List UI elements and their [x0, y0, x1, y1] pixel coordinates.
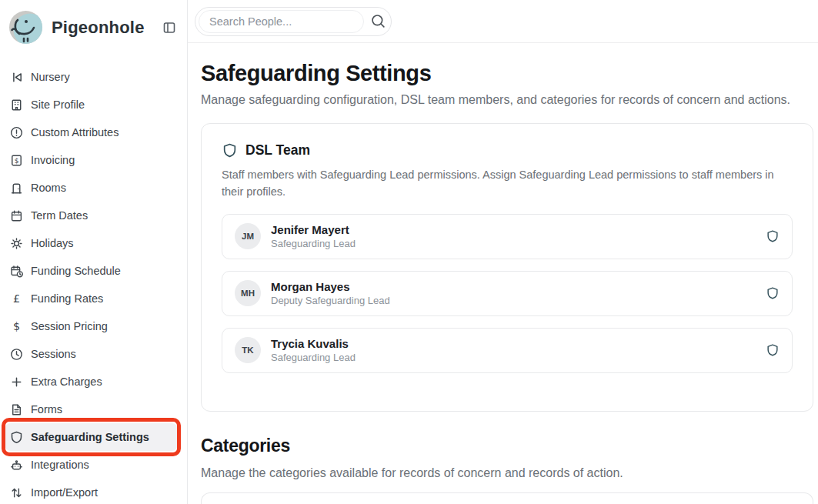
skip-back-icon	[8, 69, 24, 85]
avatar: JM	[235, 223, 261, 249]
categories-card	[201, 492, 813, 504]
sidebar-item-label: Funding Schedule	[31, 265, 121, 277]
member-name: Morgan Hayes	[271, 280, 390, 293]
sidebar-item-session-pricing[interactable]: $ Session Pricing	[5, 312, 178, 340]
sidebar-nav: Nursery Site Profile Custom Attributes $…	[0, 63, 187, 504]
calendar-clock-icon	[8, 263, 24, 279]
sidebar-item-funding-schedule[interactable]: Funding Schedule	[5, 257, 178, 285]
sidebar-item-label: Holidays	[31, 237, 74, 249]
search-input[interactable]	[199, 10, 364, 33]
main-content: Safeguarding Settings Manage safeguardin…	[188, 43, 818, 504]
dsl-team-card: DSL Team Staff members with Safeguarding…	[201, 123, 813, 412]
sidebar: Pigeonhole Nursery Site Profile Custom A…	[0, 0, 188, 504]
sidebar-item-label: Session Pricing	[31, 320, 108, 332]
sidebar-item-safeguarding-settings[interactable]: Safeguarding Settings	[5, 423, 178, 451]
dsl-member-row[interactable]: TK Trycia Kuvalis Safeguarding Lead	[222, 328, 793, 373]
shield-icon	[8, 429, 24, 445]
dollar-icon: $	[8, 319, 24, 334]
sidebar-item-label: Site Profile	[31, 98, 85, 111]
shield-icon[interactable]	[766, 229, 780, 243]
member-name: Jenifer Mayert	[271, 223, 356, 236]
sidebar-item-import-export[interactable]: Import/Export	[5, 479, 178, 504]
sidebar-item-label: Sessions	[31, 348, 76, 360]
shield-icon	[222, 142, 238, 159]
building-icon	[8, 97, 24, 112]
dsl-member-row[interactable]: MH Morgan Hayes Deputy Safeguarding Lead	[222, 271, 793, 316]
page-subtitle: Manage safeguarding configuration, DSL t…	[201, 93, 813, 107]
member-role: Deputy Safeguarding Lead	[271, 295, 390, 306]
clock-icon	[8, 346, 24, 362]
sidebar-item-label: Integrations	[31, 459, 89, 471]
robot-icon	[8, 457, 24, 472]
pound-icon: £	[8, 291, 24, 306]
sidebar-item-nursery[interactable]: Nursery	[5, 63, 178, 91]
svg-text:£: £	[12, 292, 19, 305]
document-icon	[8, 402, 24, 417]
svg-text:$: $	[12, 320, 19, 332]
sidebar-item-label: Safeguarding Settings	[31, 431, 149, 443]
sidebar-item-label: Term Dates	[31, 209, 88, 222]
shield-icon[interactable]	[766, 286, 780, 300]
logo-row: Pigeonhole	[0, 0, 187, 45]
topbar	[188, 0, 818, 43]
dsl-team-title: DSL Team	[245, 142, 310, 159]
sidebar-item-holidays[interactable]: Holidays	[5, 229, 178, 257]
sidebar-item-label: Import/Export	[31, 486, 98, 499]
sidebar-item-extra-charges[interactable]: Extra Charges	[5, 368, 178, 396]
sidebar-item-invoicing[interactable]: $ Invoicing	[5, 146, 178, 174]
dsl-member-row[interactable]: JM Jenifer Mayert Safeguarding Lead	[222, 214, 793, 259]
member-role: Safeguarding Lead	[271, 238, 356, 249]
sidebar-item-label: Forms	[31, 403, 62, 416]
sidebar-item-label: Funding Rates	[31, 292, 103, 305]
svg-text:$: $	[14, 156, 18, 164]
dsl-member-list: JM Jenifer Mayert Safeguarding Lead MH M…	[222, 214, 793, 373]
dsl-team-header: DSL Team	[222, 142, 793, 159]
invoice-dollar-icon: $	[8, 152, 24, 168]
sidebar-item-term-dates[interactable]: Term Dates	[5, 202, 178, 229]
sun-icon	[8, 235, 24, 251]
sidebar-item-label: Invoicing	[31, 154, 75, 166]
categories-title: Categories	[201, 436, 813, 456]
sidebar-item-forms[interactable]: Forms	[5, 396, 178, 423]
app-name: Pigeonhole	[52, 18, 145, 38]
sidebar-toggle-icon[interactable]	[162, 21, 176, 35]
member-info: Morgan Hayes Deputy Safeguarding Lead	[271, 280, 390, 306]
dsl-team-description: Staff members with Safeguarding Lead per…	[222, 166, 793, 201]
member-info: Trycia Kuvalis Safeguarding Lead	[271, 337, 356, 363]
member-role: Safeguarding Lead	[271, 352, 356, 363]
sidebar-item-integrations[interactable]: Integrations	[5, 451, 178, 479]
sidebar-item-label: Extra Charges	[31, 375, 102, 388]
avatar: MH	[235, 280, 261, 306]
categories-subtitle: Manage the categories available for reco…	[201, 466, 813, 480]
shield-icon[interactable]	[766, 343, 780, 357]
sidebar-item-funding-rates[interactable]: £ Funding Rates	[5, 285, 178, 312]
sidebar-item-rooms[interactable]: Rooms	[5, 174, 178, 202]
avatar: TK	[235, 337, 261, 363]
page-title: Safeguarding Settings	[201, 61, 813, 86]
sidebar-item-sessions[interactable]: Sessions	[5, 340, 178, 368]
member-name: Trycia Kuvalis	[271, 337, 356, 350]
pigeonhole-logo-icon	[8, 9, 44, 45]
arrows-up-down-icon	[8, 485, 24, 500]
plus-icon	[8, 374, 24, 389]
sidebar-item-site-profile[interactable]: Site Profile	[5, 91, 178, 118]
sidebar-item-label: Rooms	[31, 182, 66, 194]
member-info: Jenifer Mayert Safeguarding Lead	[271, 223, 356, 249]
calendar-icon	[8, 208, 24, 223]
sidebar-item-label: Custom Attributes	[31, 126, 119, 139]
alert-circle-icon	[8, 125, 24, 140]
search-pill	[195, 7, 392, 36]
sidebar-item-label: Nursery	[31, 71, 70, 83]
search-icon[interactable]	[370, 13, 386, 29]
door-icon	[8, 180, 24, 195]
sidebar-item-custom-attributes[interactable]: Custom Attributes	[5, 118, 178, 146]
